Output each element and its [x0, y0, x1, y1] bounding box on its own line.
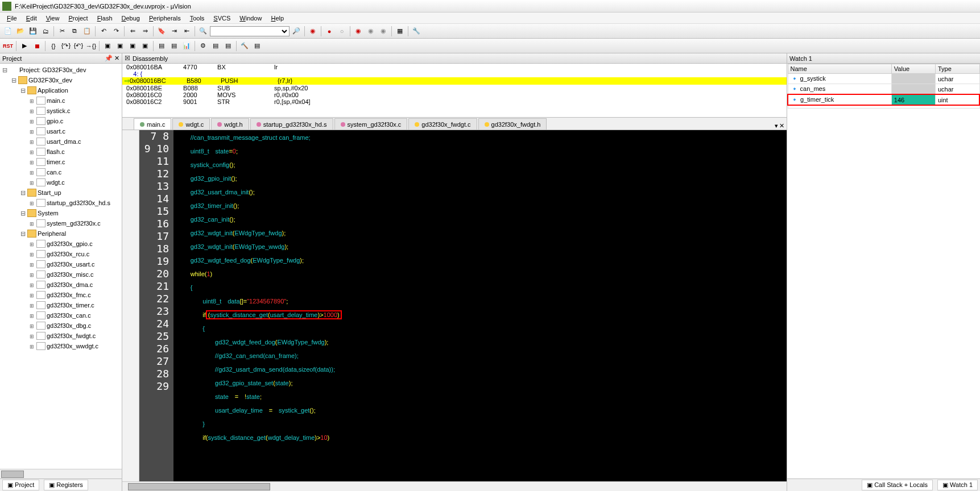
- find-btn-icon[interactable]: 🔎: [291, 26, 302, 37]
- watch-col[interactable]: Value: [891, 64, 935, 74]
- tree-node[interactable]: ⊞systick.c: [1, 106, 121, 116]
- disasm-line[interactable]: 0x080016BA4770BXlr: [122, 64, 787, 70]
- w2-icon[interactable]: ▣: [114, 40, 126, 52]
- tab-close-icon[interactable]: ✕: [779, 122, 784, 130]
- tree-node[interactable]: ⊞usart.c: [1, 126, 121, 136]
- tree-node[interactable]: ⊞gd32f30x_usart.c: [1, 259, 121, 269]
- w4-icon[interactable]: ▣: [139, 40, 151, 52]
- step-out-icon[interactable]: {↶}: [73, 40, 84, 52]
- pin-icon[interactable]: 📌: [105, 55, 113, 61]
- menu-svcs[interactable]: SVCS: [209, 14, 235, 23]
- tree-node[interactable]: ⊟GD32F30x_dev: [1, 75, 121, 85]
- undo-icon[interactable]: ↶: [98, 26, 109, 37]
- watch-col[interactable]: Name: [788, 64, 891, 74]
- nav-back-icon[interactable]: ⇐: [127, 26, 138, 37]
- paste-icon[interactable]: 📋: [81, 26, 93, 37]
- nav-fwd-icon[interactable]: ⇒: [139, 26, 151, 37]
- tree-node[interactable]: ⊞gd32f30x_fwdgt.c: [1, 331, 121, 341]
- tab-dropdown-icon[interactable]: ▾: [775, 122, 778, 130]
- bp2-icon[interactable]: ◉: [365, 26, 377, 37]
- step-cursor-icon[interactable]: →{}: [85, 40, 97, 52]
- mem-icon[interactable]: ▤: [156, 40, 167, 52]
- menu-flash[interactable]: Flash: [93, 14, 117, 23]
- tree-scrollbar[interactable]: [0, 469, 122, 478]
- panel-close-icon[interactable]: ✕: [114, 55, 119, 61]
- rst-icon[interactable]: RST: [2, 40, 14, 52]
- step-in-icon[interactable]: {}: [48, 40, 59, 52]
- menu-help[interactable]: Help: [266, 14, 288, 23]
- menu-edit[interactable]: Edit: [22, 14, 42, 23]
- stop-icon[interactable]: ○: [336, 26, 348, 37]
- tab-wdgt-h[interactable]: wdgt.h: [211, 118, 249, 130]
- editor-scrollbar[interactable]: [122, 481, 787, 491]
- watch-row[interactable]: 🔹 can_mesuchar: [788, 84, 979, 95]
- trace-icon[interactable]: ▤: [210, 40, 221, 52]
- w3-icon[interactable]: ▣: [127, 40, 138, 52]
- disasm-line[interactable]: 0x080016BEB088SUBsp,sp,#0x20: [122, 85, 787, 91]
- tree-node[interactable]: ⊞gd32f30x_wwdgt.c: [1, 341, 121, 351]
- menu-window[interactable]: Window: [235, 14, 266, 23]
- stop2-icon[interactable]: ⏹: [31, 40, 43, 52]
- code-editor[interactable]: 7 8 9 10 11 12 13 14 15 16 17 18 19 20 2…: [122, 130, 787, 481]
- debug-icon[interactable]: ◉: [307, 26, 319, 37]
- tree-node[interactable]: ⊞timer.c: [1, 157, 121, 167]
- tree-node[interactable]: ⊞gd32f30x_misc.c: [1, 269, 121, 280]
- code-area[interactable]: //can_trasnmit_message_struct can_frame;…: [173, 130, 787, 481]
- tree-node[interactable]: ⊞usart_dma.c: [1, 136, 121, 147]
- outdent-icon[interactable]: ⇤: [181, 26, 192, 37]
- tree-node[interactable]: ⊞flash.c: [1, 147, 121, 157]
- tab-gd32f30x_fwdgt-c[interactable]: gd32f30x_fwdgt.c: [408, 118, 477, 130]
- find-icon[interactable]: 🔍: [197, 26, 209, 37]
- menu-debug[interactable]: Debug: [117, 14, 144, 23]
- disasm-line[interactable]: 0x080016C02000MOVSr0,#0x00: [122, 91, 787, 98]
- tab-main-c[interactable]: main.c: [134, 118, 171, 130]
- copy-icon[interactable]: ⧉: [69, 26, 80, 37]
- disasm-close-icon[interactable]: ☒: [125, 55, 130, 62]
- disasm-line[interactable]: 4: {: [122, 70, 787, 77]
- menu-peripherals[interactable]: Peripherals: [144, 14, 185, 23]
- cut-icon[interactable]: ✂: [56, 26, 68, 37]
- tree-node[interactable]: ⊞gd32f30x_timer.c: [1, 300, 121, 310]
- menu-tools[interactable]: Tools: [185, 14, 209, 23]
- tree-node[interactable]: ⊞can.c: [1, 167, 121, 177]
- tree-node[interactable]: ⊟Application: [1, 85, 121, 95]
- saveall-icon[interactable]: 🗂: [40, 26, 51, 37]
- disassembly-view[interactable]: 0x080016BA4770BXlr 4: {⇨0x080016BCB580PU…: [122, 64, 787, 118]
- tree-node[interactable]: ⊞gd32f30x_dma.c: [1, 280, 121, 290]
- menu-view[interactable]: View: [42, 14, 64, 23]
- bookmark-icon[interactable]: 🔖: [156, 26, 167, 37]
- save-icon[interactable]: 💾: [27, 26, 39, 37]
- tree-node[interactable]: ⊞gd32f30x_can.c: [1, 310, 121, 321]
- new-icon[interactable]: 📄: [2, 26, 14, 37]
- w1-icon[interactable]: ▣: [102, 40, 113, 52]
- project-tree[interactable]: ⊟Project: GD32F30x_dev⊟GD32F30x_dev⊟Appl…: [0, 64, 122, 469]
- analyze-icon[interactable]: 📊: [181, 40, 192, 52]
- bp3-icon[interactable]: ◉: [378, 26, 389, 37]
- tool-icon[interactable]: 🔧: [411, 26, 422, 37]
- tree-node[interactable]: ⊞gd32f30x_rcu.c: [1, 249, 121, 259]
- win-icon[interactable]: ▦: [394, 26, 406, 37]
- tree-node[interactable]: ⊞gd32f30x_fmc.c: [1, 290, 121, 300]
- bp-icon[interactable]: ◉: [353, 26, 364, 37]
- watch-row[interactable]: 🔹 g_timer_tick146uint: [788, 94, 979, 105]
- redo-icon[interactable]: ↷: [110, 26, 122, 37]
- tab-startup_gd32f30x_hd-s[interactable]: startup_gd32f30x_hd.s: [250, 118, 333, 130]
- menu-file[interactable]: File: [2, 14, 22, 23]
- sys-icon[interactable]: ⚙: [197, 40, 209, 52]
- open-icon[interactable]: 📂: [15, 26, 26, 37]
- btab-registers[interactable]: ▣ Registers: [44, 480, 88, 490]
- tree-node[interactable]: ⊞system_gd32f30x.c: [1, 218, 121, 228]
- disasm-line[interactable]: 0x080016C29001STRr0,[sp,#0x04]: [122, 98, 787, 105]
- find-combo[interactable]: [210, 26, 290, 36]
- menu-project[interactable]: Project: [64, 14, 92, 23]
- tree-node[interactable]: ⊟Peripheral: [1, 228, 121, 239]
- indent-icon[interactable]: ⇥: [168, 26, 180, 37]
- tools-icon[interactable]: 🔨: [239, 40, 250, 52]
- step-over-icon[interactable]: {↷}: [60, 40, 72, 52]
- tree-node[interactable]: ⊞main.c: [1, 95, 121, 106]
- watch-col[interactable]: Type: [935, 64, 979, 74]
- serial-icon[interactable]: ▤: [168, 40, 180, 52]
- tree-node[interactable]: ⊟Project: GD32F30x_dev: [1, 65, 121, 75]
- tree-node[interactable]: ⊞startup_gd32f30x_hd.s: [1, 198, 121, 208]
- disasm-line[interactable]: ⇨0x080016BCB580PUSH{r7,lr}: [122, 77, 787, 85]
